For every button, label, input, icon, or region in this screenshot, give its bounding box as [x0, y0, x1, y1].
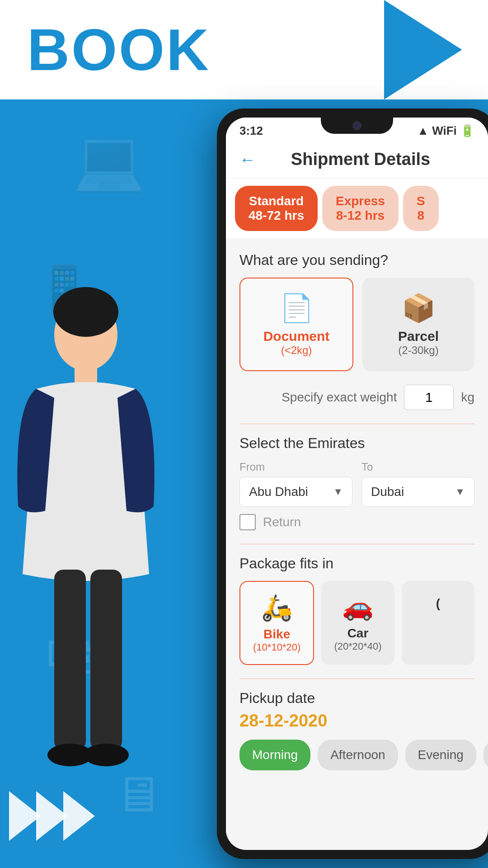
tab-express[interactable]: Express 8-12 hrs [322, 186, 399, 231]
sending-title: What are you sending? [239, 252, 474, 269]
back-button[interactable]: ← [239, 150, 256, 169]
from-select[interactable]: Abu Dhabi ▼ [239, 477, 352, 507]
phone-device: 3:12 ▲ WiFi 🔋 ← Shipment Details Standar… [217, 108, 488, 859]
slot-morning[interactable]: Morning [239, 740, 310, 770]
page-title: Shipment Details [265, 150, 474, 169]
tab-same-day[interactable]: S 8 [403, 186, 439, 231]
tab-express-label: Express [336, 194, 385, 208]
to-label: To [361, 461, 474, 473]
to-col: To Dubai ▼ [361, 461, 474, 507]
bg-laptop-icon: 💻 [72, 127, 145, 195]
other-name: ( [436, 596, 440, 611]
phone-screen: 3:12 ▲ WiFi 🔋 ← Shipment Details Standar… [226, 118, 488, 850]
from-dropdown-icon: ▼ [333, 486, 343, 498]
item-types: 📄 Document (<2kg) 📦 Parcel (2-30kg) [239, 278, 474, 371]
svg-rect-3 [90, 570, 122, 750]
to-dropdown-icon: ▼ [455, 486, 465, 498]
from-col: From Abu Dhabi ▼ [239, 461, 352, 507]
phone-notch [321, 118, 393, 134]
svg-rect-2 [54, 570, 86, 750]
pickup-title: Pickup date [239, 690, 474, 707]
person-silhouette [9, 280, 163, 778]
status-icons: ▲ WiFi 🔋 [417, 124, 474, 138]
parcel-name: Parcel [398, 329, 439, 344]
divider-2 [239, 544, 474, 544]
package-title: Package fits in [239, 555, 474, 572]
package-cards: 🛵 Bike (10*10*20) 🚗 Car (20*20*40) ( [239, 581, 474, 665]
slot-afternoon-label: Afternoon [330, 748, 385, 762]
weight-row: Specify exact weight kg [239, 385, 474, 410]
book-title: BOOK [27, 16, 211, 84]
item-parcel[interactable]: 📦 Parcel (2-30kg) [362, 278, 474, 371]
slot-special[interactable]: Spe... [483, 740, 488, 770]
slot-evening[interactable]: Evening [405, 740, 476, 770]
parcel-sub: (2-30kg) [398, 344, 438, 357]
to-value: Dubai [371, 485, 404, 499]
package-bike[interactable]: 🛵 Bike (10*10*20) [239, 581, 314, 665]
weight-label: Specify exact weight [282, 390, 397, 405]
bike-name: Bike [263, 627, 290, 642]
car-name: Car [347, 626, 369, 641]
content-area: What are you sending? 📄 Document (<2kg) … [226, 238, 488, 850]
location-row: From Abu Dhabi ▼ To Dubai ▼ [239, 461, 474, 507]
from-value: Abu Dhabi [249, 485, 308, 499]
car-icon: 🚗 [342, 592, 374, 622]
slot-afternoon[interactable]: Afternoon [318, 740, 398, 770]
parcel-icon: 📦 [402, 292, 436, 324]
svg-point-6 [53, 287, 118, 337]
camera-dot [352, 121, 361, 130]
document-sub: (<2kg) [281, 344, 312, 357]
tab-same-sublabel: 8 [417, 208, 425, 223]
return-label: Return [263, 515, 301, 529]
weight-unit: kg [461, 390, 474, 405]
status-time: 3:12 [239, 124, 263, 138]
slot-evening-label: Evening [418, 748, 464, 762]
return-row: Return [239, 514, 474, 530]
time-slots: Morning Afternoon Evening Spe... [239, 740, 474, 770]
tab-express-sublabel: 8-12 hrs [336, 208, 385, 223]
tab-same-label: S [417, 194, 425, 208]
from-label: From [239, 461, 352, 473]
phone-frame: 3:12 ▲ WiFi 🔋 ← Shipment Details Standar… [217, 108, 488, 859]
return-checkbox[interactable] [239, 514, 256, 530]
divider-3 [239, 679, 474, 679]
pickup-date: 28-12-2020 [239, 711, 474, 731]
item-document[interactable]: 📄 Document (<2kg) [239, 278, 353, 371]
bike-dim: (10*10*20) [253, 642, 300, 653]
emirates-title: Select the Emirates [239, 435, 474, 452]
app-header: ← Shipment Details [226, 141, 488, 179]
package-car[interactable]: 🚗 Car (20*20*40) [321, 581, 394, 665]
slot-morning-label: Morning [252, 748, 298, 762]
tabs-container: Standard 48-72 hrs Express 8-12 hrs S 8 [226, 179, 488, 238]
tab-standard[interactable]: Standard 48-72 hrs [235, 186, 318, 231]
to-select[interactable]: Dubai ▼ [361, 477, 474, 507]
weight-input[interactable] [404, 385, 454, 410]
svg-point-5 [84, 744, 129, 766]
bottom-arrows-decoration [14, 791, 95, 841]
document-name: Document [263, 329, 330, 344]
arrow-3 [63, 791, 95, 841]
bike-icon: 🛵 [261, 593, 293, 623]
car-dim: (20*20*40) [334, 641, 381, 652]
tab-standard-sublabel: 48-72 hrs [249, 208, 304, 223]
document-icon: 📄 [280, 292, 314, 324]
package-other[interactable]: ( [402, 581, 474, 665]
divider-1 [239, 424, 474, 424]
tab-standard-label: Standard [249, 194, 304, 208]
